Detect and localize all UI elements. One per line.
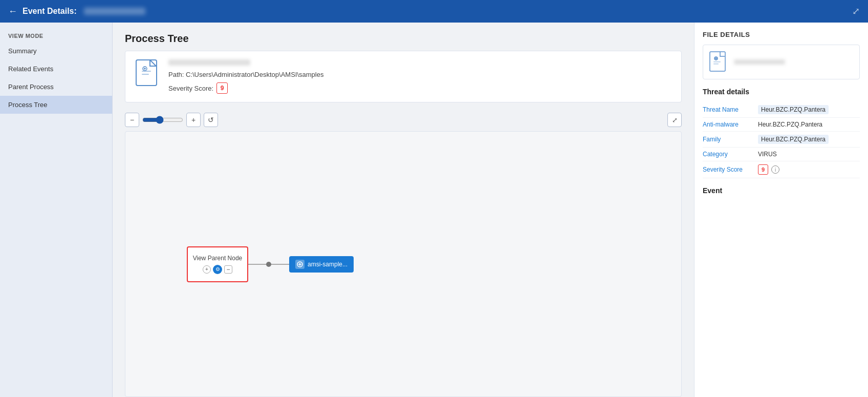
info-card-details: Path: C:\Users\Administrator\Desktop\AMS… [168,59,671,94]
event-title: Event [703,186,860,195]
sidebar-item-process-tree[interactable]: Process Tree [0,96,112,114]
process-info-card: Path: C:\Users\Administrator\Desktop\AMS… [125,51,682,102]
parent-node-label: View Parent Node [193,255,243,262]
zoom-in-button[interactable]: + [186,113,201,127]
main-content: Process Tree Path: C:\Users\Administrato… [113,23,694,397]
svg-rect-13 [713,61,721,62]
severity-score-label: Severity Score [703,166,754,173]
node-controls: + ⚙ − [203,265,232,274]
family-row: Family Heur.BZC.PZQ.Pantera [703,132,860,148]
child-node-icon [295,260,305,269]
node-gear-button[interactable]: ⚙ [213,265,222,274]
node-collapse-button[interactable]: − [224,265,232,274]
main-layout: VIEW MODE Summary Related Events Parent … [0,23,868,397]
threat-details-title: Threat details [703,88,860,96]
header-title: Event Details: [23,7,77,16]
svg-rect-1 [142,71,151,72]
app-header: ← Event Details: ⤢ [0,0,868,23]
severity-badge-sm: 9 [758,164,768,175]
tree-connector [248,264,289,265]
tree-canvas: View Parent Node + ⚙ − [125,131,682,397]
anti-malware-row: Anti-malware Heur.BZC.PZQ.Pantera [703,118,860,132]
sidebar-item-summary[interactable]: Summary [0,42,112,60]
parent-node[interactable]: View Parent Node + ⚙ − [187,246,248,282]
category-row: Category VIRUS [703,148,860,161]
family-label: Family [703,136,754,143]
info-card-path: Path: C:\Users\Administrator\Desktop\AMS… [168,71,671,78]
zoom-slider[interactable] [142,116,183,124]
header-title-blurred [84,8,145,15]
fullscreen-button[interactable]: ⤢ [667,113,682,127]
file-name-blur [734,59,785,65]
file-icon-small [709,51,728,73]
svg-rect-14 [713,64,719,65]
anti-malware-value: Heur.BZC.PZQ.Pantera [758,121,822,128]
severity-badge: 9 [216,82,228,94]
severity-score-row: Severity Score 9 i [703,161,860,178]
back-button[interactable]: ← [8,6,17,17]
threat-name-value: Heur.BZC.PZQ.Pantera [758,105,829,114]
right-panel: FILE DETAILS Threat details Threat Name … [694,23,868,397]
svg-rect-2 [142,74,149,75]
file-details-title: FILE DETAILS [703,31,860,38]
info-card-severity: Severity Score: 9 [168,82,671,94]
file-icon-large [136,59,160,88]
reset-button[interactable]: ↺ [204,113,218,127]
node-expand-button[interactable]: + [203,265,211,274]
threat-name-row: Threat Name Heur.BZC.PZQ.Pantera [703,102,860,118]
header-expand-icon[interactable]: ⤢ [852,6,860,17]
view-mode-label: VIEW MODE [0,29,112,42]
tree-toolbar: − + ↺ ⤢ [113,109,694,131]
info-icon[interactable]: i [771,165,779,174]
connector-dot [266,262,271,267]
zoom-out-button[interactable]: − [125,113,139,127]
anti-malware-label: Anti-malware [703,121,754,128]
child-node-label: amsi-sample... [308,261,348,268]
family-value: Heur.BZC.PZQ.Pantera [758,135,829,144]
child-node[interactable]: amsi-sample... [289,256,354,273]
info-card-name-blur [168,59,250,66]
threat-name-label: Threat Name [703,106,754,113]
sidebar-item-parent-process[interactable]: Parent Process [0,78,112,96]
sidebar: VIEW MODE Summary Related Events Parent … [0,23,113,397]
zoom-slider-container [142,116,183,124]
category-value: VIRUS [758,151,777,158]
file-details-card [703,45,860,79]
sidebar-item-related-events[interactable]: Related Events [0,60,112,78]
severity-row-value: 9 i [758,164,779,175]
tree-nodes: View Parent Node + ⚙ − [187,246,354,282]
category-label: Category [703,151,754,158]
page-title: Process Tree [113,23,694,51]
